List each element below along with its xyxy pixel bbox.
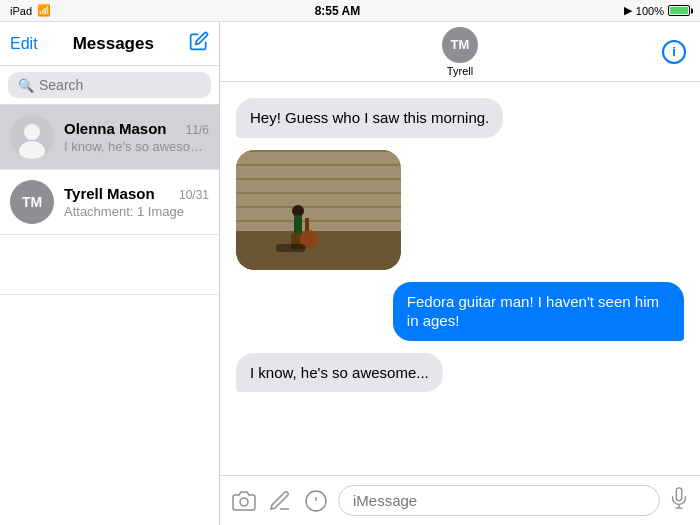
chat-avatar: TM xyxy=(442,27,478,63)
sidebar-header: Edit Messages xyxy=(0,22,219,66)
conv-date-olenna: 11/6 xyxy=(186,123,209,137)
search-icon: 🔍 xyxy=(18,78,34,93)
conv-name-tyrell: Tyrell Mason xyxy=(64,185,155,202)
info-button[interactable]: i xyxy=(662,40,686,64)
guitar-image xyxy=(236,150,401,270)
signal-icon: ▶ xyxy=(624,4,632,17)
conv-preview-tyrell: Attachment: 1 Image xyxy=(64,204,209,219)
chat-contact-info: TM Tyrell xyxy=(442,27,478,77)
conv-preview-olenna: I know, he's so awesome... xyxy=(64,139,209,154)
search-wrapper[interactable]: 🔍 xyxy=(8,72,211,98)
conv-date-tyrell: 10/31 xyxy=(179,188,209,202)
chat-panel: TM Tyrell i Hey! Guess who I saw this mo… xyxy=(220,22,700,525)
sidebar-title: Messages xyxy=(73,34,154,54)
chat-input-bar xyxy=(220,475,700,525)
message-row-1: Hey! Guess who I saw this morning. xyxy=(236,98,684,138)
message-row-4: I know, he's so awesome... xyxy=(236,353,684,393)
svg-point-3 xyxy=(240,498,248,506)
imessage-input[interactable] xyxy=(338,485,660,516)
status-bar: iPad 📶 8:55 AM ▶ 100% xyxy=(0,0,700,22)
chat-header: TM Tyrell i xyxy=(220,22,700,82)
bubble-1: Hey! Guess who I saw this morning. xyxy=(236,98,503,138)
sidebar: Edit Messages 🔍 xyxy=(0,22,220,525)
avatar-olenna xyxy=(10,115,54,159)
conversation-list: Olenna Mason 11/6 I know, he's so awesom… xyxy=(0,105,219,525)
compose-button[interactable] xyxy=(189,31,209,56)
status-time: 8:55 AM xyxy=(315,4,361,18)
empty-row-2 xyxy=(0,295,219,355)
messages-area: Hey! Guess who I saw this morning. xyxy=(220,82,700,475)
conv-info-tyrell: Tyrell Mason 10/31 Attachment: 1 Image xyxy=(64,185,209,219)
status-right: ▶ 100% xyxy=(624,4,690,17)
carrier-label: iPad xyxy=(10,5,32,17)
bubble-4: I know, he's so awesome... xyxy=(236,353,443,393)
search-input[interactable] xyxy=(39,77,201,93)
wifi-icon: 📶 xyxy=(37,4,51,17)
svg-point-1 xyxy=(24,124,40,140)
message-row-3: Fedora guitar man! I haven't seen him in… xyxy=(236,282,684,341)
conv-name-olenna: Olenna Mason xyxy=(64,120,167,137)
conv-info-olenna: Olenna Mason 11/6 I know, he's so awesom… xyxy=(64,120,209,154)
edit-button[interactable]: Edit xyxy=(10,35,38,53)
status-left: iPad 📶 xyxy=(10,4,51,17)
message-row-2 xyxy=(236,150,684,270)
app-container: Edit Messages 🔍 xyxy=(0,22,700,525)
chat-contact-name: Tyrell xyxy=(447,65,473,77)
mic-button[interactable] xyxy=(668,487,690,514)
battery-percent: 100% xyxy=(636,5,664,17)
avatar-tyrell: TM xyxy=(10,180,54,224)
camera-button[interactable] xyxy=(230,487,258,515)
bubble-3: Fedora guitar man! I haven't seen him in… xyxy=(393,282,684,341)
app-button[interactable] xyxy=(302,487,330,515)
conversation-item-tyrell[interactable]: TM Tyrell Mason 10/31 Attachment: 1 Imag… xyxy=(0,170,219,235)
conversation-item-olenna[interactable]: Olenna Mason 11/6 I know, he's so awesom… xyxy=(0,105,219,170)
search-bar: 🔍 xyxy=(0,66,219,105)
media-bubble xyxy=(236,150,401,270)
battery-icon xyxy=(668,5,690,16)
empty-row-1 xyxy=(0,235,219,295)
handwriting-button[interactable] xyxy=(266,487,294,515)
